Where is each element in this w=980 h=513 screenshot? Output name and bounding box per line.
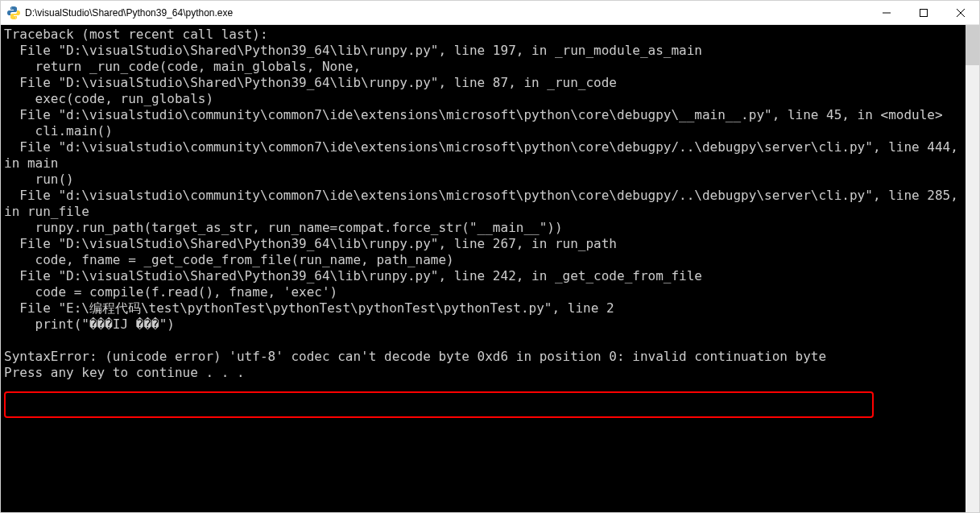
console-line: run() (4, 172, 966, 188)
scrollbar-thumb[interactable] (966, 25, 979, 65)
python-icon (7, 6, 20, 19)
svg-rect-0 (920, 9, 928, 16)
console-line: File "d:\visualstudio\community\common7\… (4, 139, 966, 172)
titlebar[interactable]: D:\visualStudio\Shared\Python39_64\pytho… (1, 1, 979, 25)
console-line: runpy.run_path(target_as_str, run_name=c… (4, 220, 966, 236)
console-line: print("���IJ ���") (4, 316, 966, 333)
console-line: File "d:\visualstudio\community\common7\… (4, 188, 966, 220)
window-controls (868, 1, 979, 24)
maximize-button[interactable] (905, 1, 942, 24)
close-button[interactable] (942, 1, 979, 24)
vertical-scrollbar[interactable] (966, 25, 979, 512)
console-line: File "D:\visualStudio\Shared\Python39_64… (4, 268, 966, 284)
console-line (4, 333, 966, 349)
console-line: File "D:\visualStudio\Shared\Python39_64… (4, 75, 966, 91)
minimize-button[interactable] (868, 1, 905, 24)
console-line: File "d:\visualstudio\community\common7\… (4, 107, 966, 123)
console-line: exec(code, run_globals) (4, 91, 966, 107)
console-line: return _run_code(code, main_globals, Non… (4, 59, 966, 75)
console-line: code, fname = _get_code_from_file(run_na… (4, 252, 966, 268)
console-line: File "E:\编程代码\test\pythonTest\pythonTest… (4, 300, 966, 316)
console-line: File "D:\visualStudio\Shared\Python39_64… (4, 236, 966, 252)
console-line: SyntaxError: (unicode error) 'utf-8' cod… (4, 349, 966, 365)
console-line: Traceback (most recent call last): (4, 27, 966, 43)
console-line: code = compile(f.read(), fname, 'exec') (4, 284, 966, 300)
console-area: Traceback (most recent call last): File … (1, 25, 979, 512)
console-line: File "D:\visualStudio\Shared\Python39_64… (4, 43, 966, 59)
console-output[interactable]: Traceback (most recent call last): File … (1, 25, 966, 512)
console-line: Press any key to continue . . . (4, 365, 966, 381)
console-line: cli.main() (4, 123, 966, 139)
console-window: D:\visualStudio\Shared\Python39_64\pytho… (0, 0, 980, 513)
window-title: D:\visualStudio\Shared\Python39_64\pytho… (25, 7, 868, 19)
